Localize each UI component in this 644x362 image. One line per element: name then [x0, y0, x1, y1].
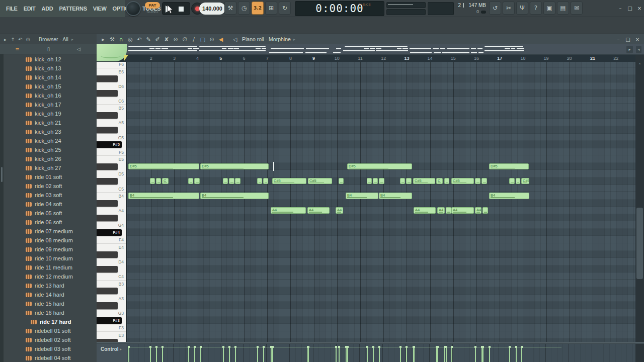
list-item[interactable]: kick_oh 16 — [4, 92, 97, 101]
midi-note[interactable]: D#5 — [200, 163, 269, 170]
midi-note[interactable]: C — [436, 178, 443, 185]
piano-key-white[interactable] — [97, 62, 127, 68]
piano-roll-title[interactable]: Piano roll - Morphine — [242, 36, 291, 42]
piano-key-white[interactable] — [97, 148, 127, 156]
piano-key-black[interactable]: F#3 — [97, 317, 122, 324]
typing-keyboard-button[interactable]: 3.2 — [252, 2, 264, 15]
midi-note[interactable]: C#5 — [521, 178, 529, 185]
midi-note[interactable] — [367, 178, 372, 185]
midi-note[interactable] — [339, 178, 344, 185]
list-item[interactable]: ride 06 soft — [4, 218, 97, 227]
piano-key-white[interactable] — [97, 82, 127, 90]
tempo-display[interactable]: 140.000 — [199, 3, 225, 15]
list-item[interactable]: kick_oh 19 — [4, 110, 97, 119]
list-item[interactable]: ride 03 soft — [4, 191, 97, 200]
list-item[interactable]: ride 09 medium — [4, 245, 97, 254]
minimize-button[interactable]: – — [617, 4, 624, 12]
list-item[interactable]: ridebell 04 soft — [4, 354, 97, 362]
midi-note[interactable]: C#5 — [413, 178, 435, 185]
list-item[interactable]: ride 08 medium — [4, 236, 97, 245]
midi-note[interactable]: C#5 — [272, 178, 306, 185]
midi-note[interactable]: B4 — [489, 193, 529, 199]
playback-tool-icon[interactable]: ◀ — [216, 36, 225, 43]
list-item[interactable]: ride 10 medium — [4, 254, 97, 263]
piano-key-white[interactable] — [97, 280, 127, 288]
midi-note[interactable] — [188, 178, 193, 185]
menu-item-file[interactable]: FILE — [3, 6, 21, 12]
midi-note[interactable] — [444, 178, 449, 185]
list-item[interactable]: ride 11 medium — [4, 263, 97, 273]
piano-key-black[interactable] — [97, 163, 118, 170]
list-item[interactable]: kick_oh 24 — [4, 137, 97, 146]
plugin-tab-icon[interactable]: ≡ — [14, 46, 21, 52]
browser-title[interactable]: Browser - All — [39, 36, 68, 42]
piano-key-white[interactable] — [97, 119, 127, 126]
list-item[interactable]: kick_oh 14 — [4, 73, 97, 82]
midi-note[interactable]: D#5 — [489, 163, 529, 170]
midi-note[interactable] — [263, 178, 268, 185]
midi-note[interactable]: C#5 — [308, 178, 332, 185]
list-item[interactable]: ride 12 medium — [4, 273, 97, 282]
midi-note[interactable] — [229, 178, 234, 185]
piano-key-white[interactable] — [97, 331, 127, 339]
list-item[interactable]: ride 01 soft — [4, 173, 97, 182]
midi-note[interactable]: A4 — [437, 207, 445, 214]
playhead-marker[interactable] — [124, 55, 128, 61]
menu-item-add[interactable]: ADD — [39, 6, 56, 12]
piano-key-white[interactable] — [97, 243, 127, 251]
note-grid[interactable]: D#5D#5D#5D#5CC#5C#5C#5CC#5C#5B4B4B4B4B4A… — [127, 62, 635, 342]
add-keyboard-icon[interactable]: ⊞ — [265, 2, 277, 15]
piano-key-white[interactable] — [97, 134, 127, 141]
preview-speaker-icon[interactable]: ◁ — [230, 36, 239, 43]
midi-note[interactable]: A4 — [336, 207, 343, 214]
piano-key-black[interactable] — [97, 251, 118, 258]
save-new-icon[interactable]: ▤ — [557, 2, 569, 15]
list-item[interactable]: ride 04 soft — [4, 200, 97, 209]
midi-note[interactable]: C#5 — [451, 178, 474, 185]
list-item[interactable]: ride 15 hard — [4, 300, 97, 309]
list-item[interactable]: ridebell 03 soft — [4, 345, 97, 354]
midi-note[interactable]: D#5 — [347, 163, 412, 170]
audition-tab-icon[interactable]: ◁ — [75, 46, 82, 52]
help-icon[interactable]: ? — [530, 2, 542, 15]
piano-key-black[interactable] — [97, 266, 118, 273]
midi-note[interactable] — [150, 178, 155, 185]
list-item[interactable]: ride 17 hard — [4, 318, 97, 327]
close-button[interactable]: × — [634, 35, 641, 43]
pat-mode-button[interactable]: PAT — [145, 2, 160, 9]
wait-timer-icon[interactable]: ◷ — [238, 2, 250, 15]
piano-key-white[interactable] — [97, 192, 127, 200]
undo-icon[interactable]: ↺ — [489, 2, 501, 15]
maximize-button[interactable]: □ — [626, 4, 633, 12]
midi-note[interactable]: B4 — [379, 193, 412, 199]
refresh-icon[interactable]: ↶ — [17, 37, 24, 42]
midi-note[interactable] — [481, 178, 487, 185]
piano-key-black[interactable] — [97, 90, 118, 97]
slice-tool-icon[interactable]: ∕ — [189, 36, 198, 43]
undo-icon[interactable]: ↶ — [135, 36, 144, 43]
piano-key-black[interactable]: F#4 — [97, 229, 122, 236]
piano-key-white[interactable] — [97, 221, 127, 229]
piano-key-white[interactable] — [97, 309, 127, 317]
chat-icon[interactable]: ✉ — [571, 2, 583, 15]
list-item[interactable]: ride 07 medium — [4, 227, 97, 236]
timeline-ruler[interactable]: 2345678910111213141516171819202122 — [97, 55, 644, 62]
midi-note[interactable]: A4 — [475, 207, 481, 214]
piano-key-black[interactable] — [97, 127, 118, 133]
preview-corner-badge[interactable] — [97, 44, 127, 61]
midi-note[interactable]: D#5 — [128, 163, 199, 170]
piano-key-white[interactable] — [97, 295, 127, 302]
midi-note[interactable] — [446, 207, 451, 214]
snap-magnet-icon[interactable]: ∩ — [117, 36, 126, 43]
midi-note[interactable] — [475, 178, 480, 185]
files-tab-icon[interactable]: ▯ — [45, 46, 52, 52]
midi-note[interactable]: C — [162, 178, 169, 185]
midi-note[interactable]: B4 — [128, 193, 199, 199]
menu-item-patterns[interactable]: PATTERNS — [56, 6, 90, 12]
save-icon[interactable]: ▣ — [543, 2, 555, 15]
time-display[interactable]: 0:00:00 M:S:CS — [295, 1, 384, 16]
piano-key-white[interactable] — [97, 185, 127, 193]
piano-key-black[interactable] — [97, 288, 118, 294]
close-button[interactable]: × — [636, 4, 643, 12]
maximize-button[interactable]: □ — [624, 35, 631, 43]
